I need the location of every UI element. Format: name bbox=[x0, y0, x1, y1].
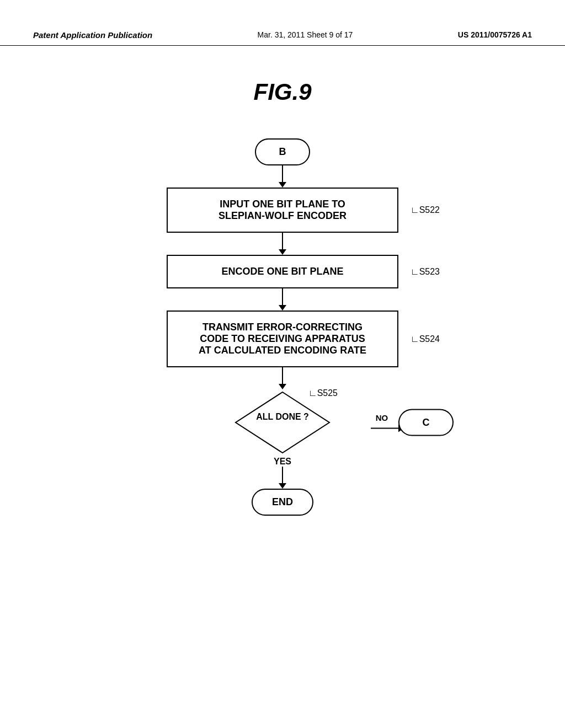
step-s524-box: TRANSMIT ERROR-CORRECTING CODE TO RECEIV… bbox=[167, 311, 398, 367]
arrow-yes-to-end bbox=[279, 467, 286, 489]
step-s523-wrapper: ENCODE ONE BIT PLANE ∟S523 bbox=[167, 255, 398, 288]
diamond-container: ∟S525 ALL DONE ? NO C bbox=[233, 389, 332, 456]
figure-title: FIG.9 bbox=[0, 79, 565, 105]
header-publication: Patent Application Publication bbox=[33, 30, 152, 40]
start-connector: B bbox=[255, 138, 310, 188]
arrow-head bbox=[279, 249, 286, 255]
yes-label: YES bbox=[274, 457, 291, 467]
flowchart: B INPUT ONE BIT PLANE TO SLEPIAN-WOLF EN… bbox=[0, 138, 565, 516]
step-s522-wrapper: INPUT ONE BIT PLANE TO SLEPIAN-WOLF ENCO… bbox=[167, 188, 398, 233]
arrow-line bbox=[282, 288, 283, 305]
step-s522-box: INPUT ONE BIT PLANE TO SLEPIAN-WOLF ENCO… bbox=[167, 188, 398, 233]
step-s524-section: TRANSMIT ERROR-CORRECTING CODE TO RECEIV… bbox=[167, 311, 398, 389]
step-s522-text2: SLEPIAN-WOLF ENCODER bbox=[218, 210, 347, 221]
step-s525-label: ∟S525 bbox=[308, 388, 338, 398]
diamond-shape: ALL DONE ? bbox=[233, 389, 332, 456]
step-s524-text3: AT CALCULATED ENCODING RATE bbox=[199, 345, 366, 356]
step-s524-wrapper: TRANSMIT ERROR-CORRECTING CODE TO RECEIV… bbox=[167, 311, 398, 367]
arrow-head bbox=[279, 182, 286, 188]
arrow-head bbox=[279, 305, 286, 311]
step-s524-text2: CODE TO RECEIVING APPARATUS bbox=[200, 333, 365, 344]
header-patent-number: US 2011/0075726 A1 bbox=[458, 30, 532, 39]
header: Patent Application Publication Mar. 31, … bbox=[0, 0, 565, 46]
step-s523-box: ENCODE ONE BIT PLANE bbox=[167, 255, 398, 288]
connector-c-terminal: C bbox=[398, 409, 454, 436]
end-terminal: END bbox=[252, 489, 313, 516]
step-s524-text1: TRANSMIT ERROR-CORRECTING bbox=[202, 322, 363, 333]
step-s524-label: ∟S524 bbox=[411, 334, 440, 344]
arrow-line bbox=[282, 367, 283, 384]
svg-text:ALL DONE ?: ALL DONE ? bbox=[256, 412, 309, 421]
step-s522-section: INPUT ONE BIT PLANE TO SLEPIAN-WOLF ENCO… bbox=[167, 188, 398, 255]
step-s522-label: ∟S522 bbox=[411, 205, 440, 215]
arrow-head bbox=[279, 483, 286, 489]
step-s523-section: ENCODE ONE BIT PLANE ∟S523 bbox=[167, 255, 398, 311]
no-arrow-line bbox=[371, 428, 398, 429]
step-s525-section: ∟S525 ALL DONE ? NO C bbox=[233, 389, 332, 516]
terminal-c: C bbox=[398, 409, 454, 436]
svg-marker-0 bbox=[236, 392, 329, 453]
arrow-s522-to-s523 bbox=[279, 233, 286, 255]
step-s523-label: ∟S523 bbox=[411, 267, 440, 277]
arrow-line bbox=[282, 165, 283, 182]
no-label: NO bbox=[376, 413, 388, 422]
arrow-s523-to-s524 bbox=[279, 288, 286, 311]
arrow-line bbox=[282, 467, 283, 483]
arrow-b-to-s522 bbox=[279, 165, 286, 188]
header-date-sheet: Mar. 31, 2011 Sheet 9 of 17 bbox=[258, 30, 353, 39]
start-terminal-b: B bbox=[255, 138, 310, 165]
step-s522-text1: INPUT ONE BIT PLANE TO bbox=[220, 199, 345, 210]
page: Patent Application Publication Mar. 31, … bbox=[0, 0, 565, 728]
arrow-line bbox=[282, 233, 283, 249]
step-s523-text1: ENCODE ONE BIT PLANE bbox=[221, 266, 343, 277]
arrow-s524-to-s525 bbox=[279, 367, 286, 389]
arrow-head bbox=[279, 384, 286, 389]
